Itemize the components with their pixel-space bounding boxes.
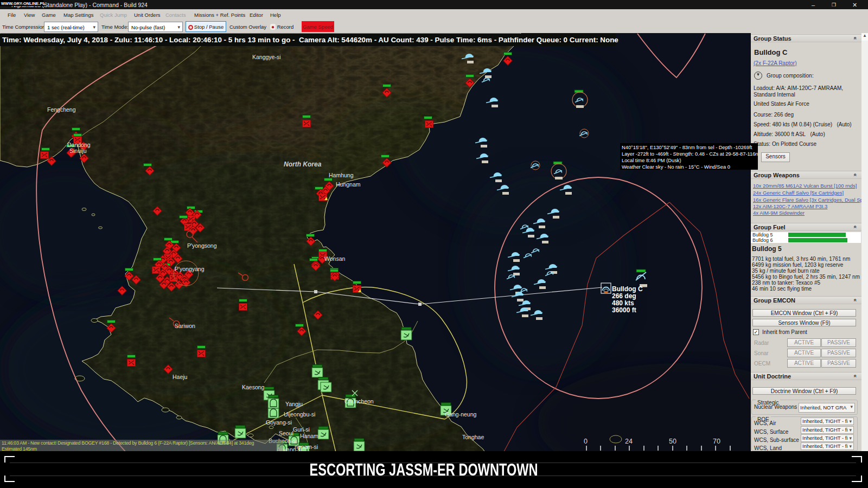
svg-text:Sinuiju: Sinuiju xyxy=(69,147,87,154)
svg-text:Tonghae: Tonghae xyxy=(462,434,484,440)
svg-text:480 kts: 480 kts xyxy=(612,299,634,307)
svg-text:Guri-si: Guri-si xyxy=(293,426,310,433)
svg-text:Wonsan: Wonsan xyxy=(324,255,345,262)
svg-text:Kaesong: Kaesong xyxy=(242,384,265,390)
svg-text:Hanam: Hanam xyxy=(300,433,318,439)
svg-text:Seoul: Seoul xyxy=(279,430,293,436)
svg-text:Sariwon: Sariwon xyxy=(175,323,195,329)
svg-text:Haeju: Haeju xyxy=(173,374,188,380)
svg-text:P'yongyang: P'yongyang xyxy=(175,266,205,272)
svg-text:Hamhung: Hamhung xyxy=(329,172,354,178)
svg-text:Fengcheng: Fengcheng xyxy=(47,106,76,113)
svg-text:0: 0 xyxy=(584,438,588,445)
svg-text:Hungnam: Hungnam xyxy=(336,181,361,188)
svg-text:P'yongsong: P'yongsong xyxy=(187,242,217,249)
svg-text:ngnam-si: ngnam-si xyxy=(295,444,318,450)
svg-text:266 deg: 266 deg xyxy=(612,292,636,300)
svg-text:Bulldog C: Bulldog C xyxy=(612,285,643,293)
svg-text:24: 24 xyxy=(625,438,633,445)
svg-text:50: 50 xyxy=(669,438,676,445)
svg-text:Chuncheon: Chuncheon xyxy=(344,398,374,404)
svg-text:36000 ft: 36000 ft xyxy=(612,306,636,314)
svg-text:Kanggye-si: Kanggye-si xyxy=(252,54,281,60)
svg-text:North Korea: North Korea xyxy=(284,160,322,168)
svg-text:70: 70 xyxy=(713,438,720,445)
svg-text:Goyang-si: Goyang-si xyxy=(266,419,292,426)
svg-text:Yangju: Yangju xyxy=(285,401,303,407)
svg-text:Uijeongbu-si: Uijeongbu-si xyxy=(284,411,315,418)
svg-text:Gang-neung: Gang-neung xyxy=(445,411,477,418)
